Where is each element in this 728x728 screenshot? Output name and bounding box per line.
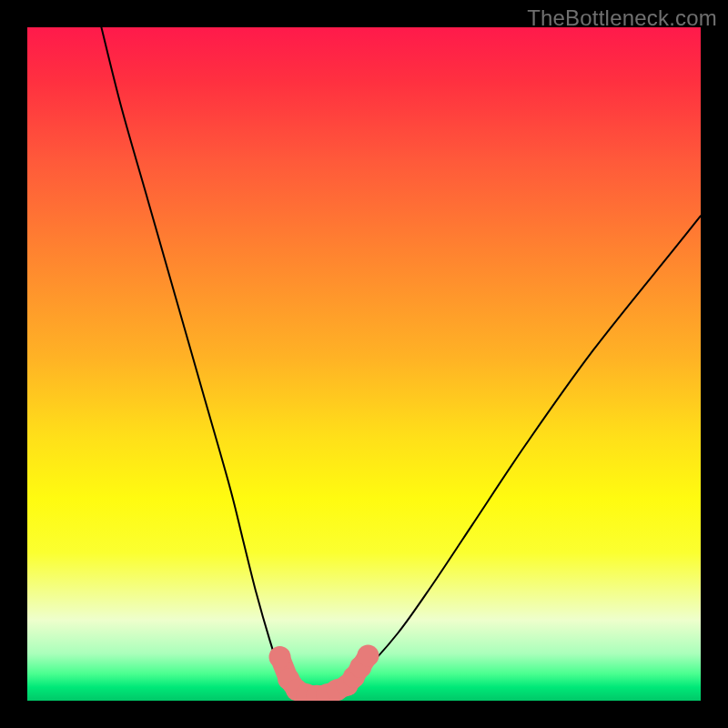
bottleneck-curve <box>101 27 701 698</box>
marker-dots <box>269 644 379 701</box>
watermark-text: TheBottleneck.com <box>527 5 717 31</box>
chart-frame: TheBottleneck.com <box>0 0 728 728</box>
curve-svg <box>27 27 701 701</box>
plot-area <box>27 27 701 701</box>
marker-dot <box>269 646 291 668</box>
marker-dot <box>357 644 379 666</box>
